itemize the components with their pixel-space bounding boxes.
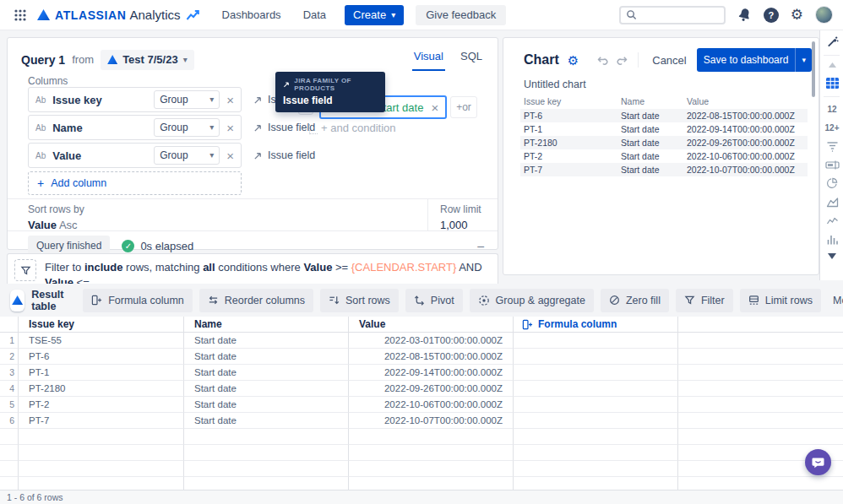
chart-type-funnel-icon[interactable] (820, 137, 843, 155)
aggregation-select[interactable]: Group ▾ (154, 118, 220, 137)
column-name[interactable]: Ab Name Group ▾ × (28, 115, 242, 140)
table-row[interactable]: 5 PT-2 Start date 2022-10-06T00:00:00.00… (0, 397, 843, 413)
atlassian-source-icon (107, 55, 117, 64)
data-source-selector[interactable]: Test 7/5/23 ▾ (101, 50, 194, 70)
save-to-dashboard-button[interactable]: Save to dashboard ▾ (697, 48, 812, 72)
column-issue-key[interactable]: Ab Issue key Group ▾ × (28, 87, 242, 112)
preview-row: PT-7Start date2022-10-07T00:00:00.000Z (520, 163, 808, 176)
preview-row: PT-2180Start date2022-09-26T00:00:00.000… (520, 136, 808, 149)
redo-icon[interactable] (617, 54, 629, 66)
result-table-tab[interactable]: Result table (10, 289, 71, 312)
remove-condition-icon[interactable]: × (431, 101, 438, 114)
remove-column-icon[interactable]: × (226, 94, 234, 106)
app-switcher-icon[interactable] (10, 5, 30, 25)
search-input[interactable] (641, 9, 717, 21)
add-and-condition-button[interactable]: + and condition (309, 122, 396, 134)
help-icon[interactable]: ? (764, 8, 779, 23)
column-value[interactable]: Ab Value Group ▾ × (28, 143, 242, 168)
chart-type-pie-icon[interactable] (820, 174, 843, 192)
col-header-issue-key[interactable]: Issue key (19, 317, 184, 333)
remove-column-icon[interactable]: × (226, 122, 234, 134)
brand-product: Analytics (129, 8, 180, 22)
zero-fill-button[interactable]: Zero fill (601, 289, 669, 312)
formula-column-icon (522, 319, 533, 330)
give-feedback-button[interactable]: Give feedback (416, 5, 506, 25)
divider (824, 55, 840, 56)
magic-wand-icon[interactable] (820, 30, 843, 52)
join-arrow-icon (253, 95, 263, 105)
preview-row: PT-6Start date2022-08-15T00:00:00.000Z (520, 109, 808, 122)
chart-type-single-value[interactable]: 12 (820, 100, 843, 118)
chart-type-table-icon[interactable] (820, 72, 843, 94)
settings-gear-icon[interactable]: ⚙ (791, 8, 803, 22)
chart-type-line-icon[interactable] (820, 211, 843, 230)
reorder-columns-icon (208, 295, 219, 306)
chevron-down-icon: ▾ (391, 11, 395, 19)
limit-rows-button[interactable]: Limit rows (740, 289, 821, 312)
add-column-button[interactable]: + Add column (28, 171, 242, 195)
success-check-icon: ✓ (122, 240, 134, 252)
reorder-columns-button[interactable]: Reorder columns (199, 289, 313, 312)
chart-name[interactable]: Untitled chart (524, 79, 586, 90)
formula-column-button[interactable]: Formula column (83, 289, 193, 312)
divider (427, 198, 428, 230)
notifications-bell-icon[interactable] (736, 6, 753, 24)
chart-type-bullet-icon[interactable] (820, 155, 843, 174)
group-aggregate-button[interactable]: Group & aggregate (470, 289, 594, 312)
cancel-button[interactable]: Cancel (647, 51, 691, 70)
chart-type-multi-value[interactable]: 12+ (820, 118, 843, 137)
chevron-down-icon: ▾ (209, 151, 214, 160)
save-options-chevron-icon[interactable]: ▾ (795, 48, 812, 72)
table-row[interactable]: 4 PT-2180 Start date 2022-09-26T00:00:00… (0, 381, 843, 397)
atlassian-logo-icon (37, 9, 50, 20)
avatar[interactable] (815, 6, 833, 24)
nav-dashboards[interactable]: Dashboards (222, 8, 281, 21)
table-row[interactable]: 6 PT-7 Start date 2022-10-07T00:00:00.00… (0, 413, 843, 429)
table-row[interactable]: 1 TSE-55 Start date 2022-03-01T00:00:00.… (0, 333, 843, 349)
add-or-condition-button[interactable]: +or (450, 96, 477, 118)
row-count-footer: 1 - 6 of 6 rows (0, 490, 843, 504)
empty-row (0, 445, 843, 461)
more-button[interactable]: More + (828, 293, 843, 307)
pivot-button[interactable]: Pivot (405, 289, 463, 312)
filter-button[interactable]: Filter (676, 289, 733, 312)
brand-logo[interactable]: ATLASSIAN Analytics (37, 8, 200, 22)
search-box[interactable] (619, 6, 726, 24)
sort-rows-button[interactable]: Sort rows (320, 289, 399, 312)
column-row: Ab Value Group ▾ × Issue field (28, 143, 315, 168)
col-header-value[interactable]: Value (349, 317, 514, 333)
undo-icon[interactable] (596, 54, 608, 66)
remove-column-icon[interactable]: × (226, 149, 234, 162)
aggregation-select[interactable]: Group ▾ (154, 146, 220, 165)
connector-line (309, 124, 318, 134)
nav-data[interactable]: Data (303, 8, 326, 21)
chevron-down-icon: ▾ (209, 95, 214, 104)
chart-type-area-icon[interactable] (820, 192, 843, 211)
tab-sql[interactable]: SQL (459, 48, 484, 71)
chart-type-column-icon[interactable] (820, 230, 843, 248)
col-header-formula[interactable]: Formula column (514, 317, 678, 333)
table-row[interactable]: 3 PT-1 Start date 2022-09-14T00:00:00.00… (0, 365, 843, 381)
scroll-up-icon[interactable] (820, 58, 843, 72)
sort-rows-section[interactable]: Sort rows by Value Asc (28, 203, 84, 231)
scrollbar[interactable] (812, 41, 815, 97)
chart-settings-gear-icon[interactable]: ⚙ (568, 54, 579, 67)
aggregation-select[interactable]: Group ▾ (154, 90, 220, 109)
scroll-down-icon[interactable] (820, 248, 843, 263)
tab-visual[interactable]: Visual (412, 48, 445, 71)
divider (824, 96, 840, 97)
query-panel: Query 1 from Test 7/5/23 ▾ Visual SQL Co… (7, 37, 498, 250)
text-type-icon: Ab (35, 95, 46, 105)
field-tooltip: JIRA FAMILY OF PRODUCTS Issue field (275, 72, 385, 112)
chevron-down-icon: ▾ (209, 123, 214, 132)
query-filter-note[interactable]: Filter to include rows, matching all con… (7, 253, 498, 284)
pivot-icon (414, 295, 425, 306)
table-row[interactable]: 2 PT-6 Start date 2022-08-15T00:00:00.00… (0, 349, 843, 365)
join-arrow-icon (253, 151, 263, 160)
column-source: Issue field (253, 149, 315, 161)
col-header-name[interactable]: Name (184, 317, 349, 333)
create-button[interactable]: Create ▾ (345, 5, 404, 25)
row-limit-section[interactable]: Row limit 1,000 (440, 203, 481, 231)
chat-help-button[interactable] (805, 449, 831, 475)
collapse-icon[interactable]: – (477, 239, 484, 252)
